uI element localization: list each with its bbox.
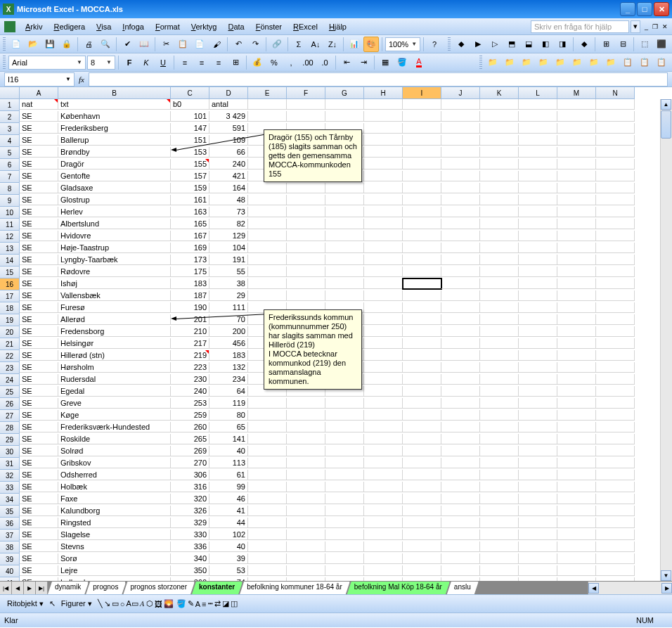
cell-J23[interactable] (441, 362, 480, 373)
cell-D14[interactable]: 191 (209, 255, 248, 265)
dash-style-icon[interactable]: ┅ (208, 599, 213, 608)
formula-bar[interactable] (89, 72, 668, 86)
cell-J14[interactable] (441, 255, 480, 265)
cell-N25[interactable] (596, 386, 635, 397)
cell-E10[interactable] (248, 207, 287, 217)
cell-B10[interactable]: Herlev (58, 207, 171, 217)
cell-D10[interactable]: 73 (209, 207, 248, 217)
cell-K23[interactable] (480, 362, 519, 373)
doc-restore[interactable]: ❐ (652, 23, 658, 30)
underline-icon[interactable]: U (155, 55, 171, 70)
row-header-8[interactable]: 8 (0, 183, 20, 195)
cell-E37[interactable] (248, 530, 287, 540)
cell-L41[interactable] (519, 577, 557, 581)
cell-N10[interactable] (596, 207, 635, 217)
cell-B30[interactable]: Solrød (58, 446, 171, 456)
col-header-A[interactable]: A (20, 87, 58, 99)
cell-G33[interactable] (325, 482, 364, 492)
cell-A34[interactable]: SE (20, 494, 58, 504)
cell-C29[interactable]: 265 (171, 434, 209, 444)
cell-C5[interactable]: 153 (171, 147, 209, 158)
extra-icon-4[interactable]: 📁 (536, 55, 551, 70)
toolbar-grip[interactable] (3, 37, 6, 51)
cell-D8[interactable]: 164 (209, 183, 248, 193)
cell-J1[interactable] (441, 99, 480, 110)
cell-L12[interactable] (519, 231, 557, 241)
cell-N37[interactable] (596, 530, 635, 540)
cell-H36[interactable] (364, 518, 403, 528)
cell-D38[interactable]: 40 (209, 542, 248, 552)
cell-N31[interactable] (596, 458, 635, 468)
sheet-nav-3[interactable]: ▶| (36, 582, 48, 594)
cell-M4[interactable] (557, 135, 596, 146)
row-header-9[interactable]: 9 (0, 195, 20, 207)
cell-L16[interactable] (519, 278, 557, 289)
cell-B18[interactable]: Furesø (58, 302, 171, 313)
cell-N40[interactable] (596, 565, 635, 576)
cell-H38[interactable] (364, 542, 403, 552)
cell-M12[interactable] (557, 231, 596, 241)
cell-A14[interactable]: SE (20, 255, 58, 265)
cell-K20[interactable] (480, 326, 519, 337)
cell-L35[interactable] (519, 506, 557, 516)
cell-B28[interactable]: Frederiksværk-Hundested (58, 422, 171, 432)
cell-M1[interactable] (557, 99, 596, 110)
cell-M31[interactable] (557, 458, 596, 468)
cell-I17[interactable] (403, 290, 441, 301)
cell-A26[interactable]: SE (20, 398, 58, 409)
cell-L15[interactable] (519, 267, 557, 277)
cell-D30[interactable]: 40 (209, 446, 248, 456)
cell-N29[interactable] (596, 434, 635, 444)
cell-I29[interactable] (403, 434, 441, 444)
row-header-22[interactable]: 22 (0, 350, 20, 362)
cell-I16[interactable] (403, 278, 441, 289)
cell-K22[interactable] (480, 350, 519, 361)
cell-L18[interactable] (519, 302, 557, 313)
cell-K12[interactable] (480, 231, 519, 241)
cell-H21[interactable] (364, 338, 403, 349)
cell-N28[interactable] (596, 422, 635, 432)
fill-color-icon[interactable]: 🪣 (394, 55, 410, 70)
cell-N18[interactable] (596, 302, 635, 313)
cell-A37[interactable]: SE (20, 530, 58, 540)
cell-L19[interactable] (519, 314, 557, 325)
cell-G36[interactable] (325, 518, 364, 528)
cell-G9[interactable] (325, 195, 364, 205)
paste-icon[interactable]: 📄 (192, 37, 207, 52)
cut-icon[interactable]: ✂ (158, 37, 174, 52)
cell-I14[interactable] (403, 255, 441, 265)
cell-D27[interactable]: 80 (209, 410, 248, 421)
cell-D31[interactable]: 113 (209, 458, 248, 468)
cell-N23[interactable] (596, 362, 635, 373)
align-left-icon[interactable]: ≡ (177, 55, 193, 70)
cell-H10[interactable] (364, 207, 403, 217)
cell-G16[interactable] (325, 278, 364, 289)
cell-M16[interactable] (557, 278, 596, 289)
cell-F29[interactable] (287, 434, 325, 444)
row-header-5[interactable]: 5 (0, 147, 20, 159)
cell-D21[interactable]: 456 (209, 338, 248, 349)
cell-I35[interactable] (403, 506, 441, 516)
cell-M13[interactable] (557, 243, 596, 253)
cell-F26[interactable] (287, 398, 325, 409)
cell-K15[interactable] (480, 267, 519, 277)
redo-icon[interactable]: ↷ (247, 37, 263, 52)
cell-K6[interactable] (480, 159, 519, 169)
cell-A16[interactable]: SE (20, 278, 58, 289)
cell-J3[interactable] (441, 123, 480, 134)
cell-I2[interactable] (403, 111, 441, 122)
hyperlink-icon[interactable]: 🔗 (269, 37, 285, 52)
cell-J11[interactable] (441, 219, 480, 229)
format-painter-icon[interactable]: 🖌 (209, 37, 224, 52)
toolbar-grip-4[interactable] (479, 56, 482, 70)
cell-D15[interactable]: 55 (209, 267, 248, 277)
cell-F33[interactable] (287, 482, 325, 492)
cell-J9[interactable] (441, 195, 480, 205)
extra-icon-2[interactable]: 📁 (502, 55, 517, 70)
cell-D41[interactable]: 74 (209, 577, 248, 581)
cell-N16[interactable] (596, 278, 635, 289)
cell-H32[interactable] (364, 470, 403, 480)
cell-A41[interactable]: SE (20, 577, 58, 581)
align-center-icon[interactable]: ≡ (194, 55, 209, 70)
row-header-26[interactable]: 26 (0, 398, 20, 410)
